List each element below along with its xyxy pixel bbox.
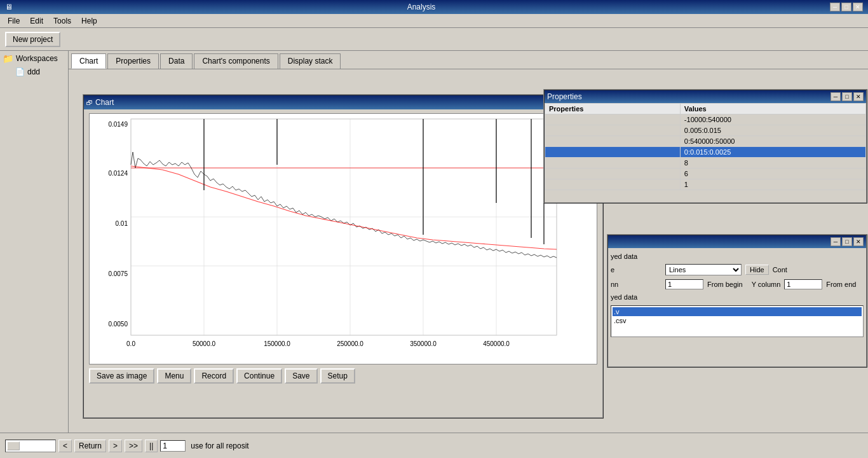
table-row[interactable]: 0:540000:50000 bbox=[545, 136, 866, 147]
menu-bar: File Edit Tools Help bbox=[0, 14, 868, 28]
return-button[interactable]: Return bbox=[74, 440, 106, 452]
table-row[interactable]: -10000:540000 bbox=[545, 114, 866, 125]
workspaces-header: 📁 Workspaces bbox=[3, 53, 65, 64]
continue-button[interactable]: Continue bbox=[236, 368, 282, 384]
chart-window-titlebar: 🗗 Chart ─ ❐ □ ✕ bbox=[84, 95, 602, 109]
chart-window-title-text: Chart bbox=[95, 98, 114, 107]
record-button[interactable]: Record bbox=[194, 368, 234, 384]
properties-panel-title: Properties bbox=[547, 92, 582, 101]
table-row[interactable]: 1 bbox=[545, 179, 866, 190]
minimize-button[interactable]: ─ bbox=[830, 3, 840, 11]
yed-data-row: yed data bbox=[611, 251, 864, 262]
data-close-button[interactable]: ✕ bbox=[853, 237, 864, 246]
next-button[interactable]: > bbox=[109, 440, 122, 452]
properties-panel: Properties ─ □ ✕ Properties Values -1000… bbox=[543, 89, 867, 204]
use-label: use for all reposit bbox=[191, 441, 248, 450]
new-project-button[interactable]: New project bbox=[5, 32, 60, 47]
svg-text:150000.0: 150000.0 bbox=[264, 340, 290, 347]
bottom-scrollbar[interactable] bbox=[5, 440, 56, 452]
prop-cell bbox=[545, 179, 681, 190]
next2-button[interactable]: >> bbox=[125, 440, 142, 452]
properties-panel-titlebar: Properties ─ □ ✕ bbox=[545, 90, 866, 103]
type-row: e Lines Hide Cont bbox=[611, 262, 864, 277]
chart-window-title-group: 🗗 Chart bbox=[86, 98, 114, 107]
menu-help[interactable]: Help bbox=[76, 15, 102, 27]
chart-svg-wrapper: 0.0149 0.0124 0.01 0.0075 0.0050 bbox=[84, 109, 602, 364]
val-cell: 1 bbox=[680, 179, 865, 190]
doc-icon: 📄 bbox=[15, 67, 25, 76]
menu-button[interactable]: Menu bbox=[157, 368, 191, 384]
chart-buttons: Save as image Menu Record Continue Save … bbox=[84, 364, 602, 387]
val-cell: 0:540000:50000 bbox=[680, 136, 865, 147]
tab-display-stack[interactable]: Display stack bbox=[280, 53, 341, 69]
props-close-button[interactable]: ✕ bbox=[853, 92, 864, 101]
workspaces-label: Workspaces bbox=[16, 54, 58, 63]
pause-button[interactable]: || bbox=[145, 440, 158, 452]
props-min-button[interactable]: ─ bbox=[831, 92, 841, 101]
cont-label: Cont bbox=[773, 266, 787, 274]
svg-text:0.0: 0.0 bbox=[126, 340, 135, 347]
prop-cell bbox=[545, 136, 681, 147]
bottom-bar: < Return > >> || use for all reposit bbox=[0, 433, 868, 458]
prop-cell bbox=[545, 125, 681, 136]
title-controls: ─ □ ✕ bbox=[830, 3, 863, 11]
data-panel: ─ □ ✕ yed data e Lines Hide Cont nn From… bbox=[607, 234, 867, 368]
y-col-input[interactable] bbox=[784, 279, 822, 289]
type-select[interactable]: Lines bbox=[665, 264, 742, 275]
save-as-image-button[interactable]: Save as image bbox=[89, 368, 154, 384]
sidebar-item-ddd[interactable]: 📄 ddd bbox=[13, 66, 65, 78]
data-file-item-v[interactable]: .v bbox=[613, 307, 862, 316]
tab-properties[interactable]: Properties bbox=[107, 53, 159, 69]
type-label: e bbox=[611, 266, 661, 274]
svg-text:350000.0: 350000.0 bbox=[410, 340, 437, 347]
prop-cell bbox=[545, 158, 681, 169]
hide-button[interactable]: Hide bbox=[745, 265, 769, 275]
chart-window-icon: 🗗 bbox=[86, 99, 93, 106]
val-cell: -10000:540000 bbox=[680, 114, 865, 125]
app-icon: 🖥 bbox=[5, 3, 13, 11]
data-panel-inner: yed data e Lines Hide Cont nn From begin… bbox=[608, 248, 866, 340]
data-file-item-csv[interactable]: .csv bbox=[613, 316, 862, 325]
chart-svg-container: 0.0149 0.0124 0.01 0.0075 0.0050 bbox=[89, 113, 597, 364]
col-input[interactable] bbox=[665, 279, 703, 289]
prev-button[interactable]: < bbox=[58, 440, 72, 452]
table-row[interactable]: 8 bbox=[545, 158, 866, 169]
prop-cell bbox=[545, 169, 681, 179]
y-col-label: Y column bbox=[752, 281, 781, 288]
maximize-button[interactable]: □ bbox=[841, 3, 851, 11]
data-file-list[interactable]: .v .csv bbox=[611, 305, 864, 337]
val-cell: 0.005:0.015 bbox=[680, 125, 865, 136]
sidebar-item-label: ddd bbox=[27, 67, 40, 76]
workspaces-folder-icon: 📁 bbox=[3, 53, 13, 64]
setup-button[interactable]: Setup bbox=[320, 368, 355, 384]
tab-data[interactable]: Data bbox=[160, 53, 193, 69]
svg-rect-5 bbox=[131, 119, 557, 335]
data-min-button[interactable]: ─ bbox=[831, 237, 841, 246]
prop-cell bbox=[545, 114, 681, 125]
properties-table-scroll: Properties Values -10000:540000 0.005:0.… bbox=[545, 103, 866, 195]
table-row[interactable]: 0.005:0.015 bbox=[545, 125, 866, 136]
tab-bar: Chart Properties Data Chart's components… bbox=[69, 51, 868, 69]
table-row[interactable]: 6 bbox=[545, 169, 866, 179]
tab-chart-components[interactable]: Chart's components bbox=[194, 53, 278, 69]
menu-edit[interactable]: Edit bbox=[25, 15, 48, 27]
table-row-selected[interactable]: 0:0.015:0.0025 bbox=[545, 147, 866, 158]
menu-file[interactable]: File bbox=[3, 15, 25, 27]
properties-table: Properties Values -10000:540000 0.005:0.… bbox=[545, 103, 866, 190]
scrollbar-thumb[interactable] bbox=[7, 441, 20, 450]
close-button[interactable]: ✕ bbox=[853, 3, 863, 11]
from-end-label: From end bbox=[826, 281, 856, 288]
svg-text:50000.0: 50000.0 bbox=[193, 340, 216, 347]
data-max-button[interactable]: □ bbox=[842, 237, 852, 246]
menu-tools[interactable]: Tools bbox=[48, 15, 76, 27]
props-max-button[interactable]: □ bbox=[842, 92, 852, 101]
toolbar: New project bbox=[0, 28, 868, 51]
svg-text:0.0149: 0.0149 bbox=[108, 121, 128, 128]
tab-chart[interactable]: Chart bbox=[71, 53, 106, 69]
val-cell: 8 bbox=[680, 158, 865, 169]
save-button[interactable]: Save bbox=[285, 368, 317, 384]
bottom-input[interactable] bbox=[160, 440, 186, 452]
played-data-row: yed data bbox=[611, 291, 864, 303]
yed-data-label: yed data bbox=[611, 253, 637, 260]
title-bar: 🖥 Analysis ─ □ ✕ bbox=[0, 0, 868, 14]
